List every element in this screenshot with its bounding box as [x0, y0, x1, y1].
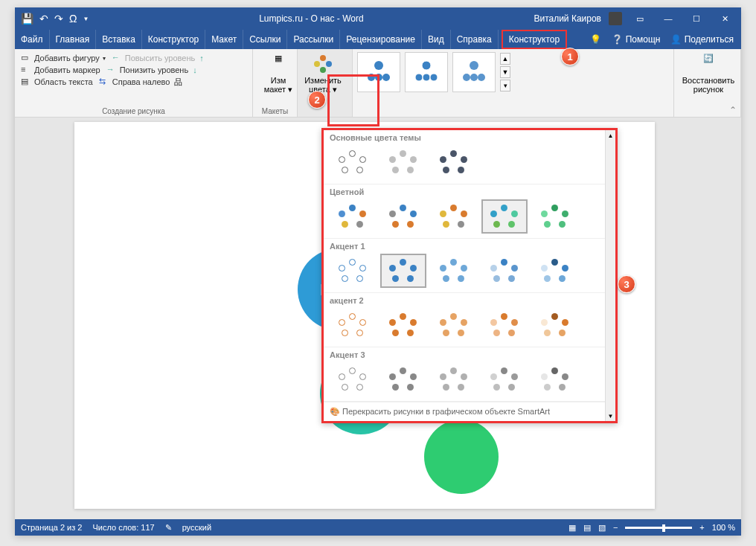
- web-layout-icon[interactable]: ▧: [598, 523, 606, 533]
- word-count[interactable]: Число слов: 117: [92, 523, 154, 532]
- user-avatar[interactable]: [609, 12, 622, 25]
- proofing-icon[interactable]: ✎: [165, 523, 172, 533]
- text-pane-button[interactable]: ▤Область текста: [19, 76, 94, 88]
- dropdown-section-title: Основные цвета темы: [330, 133, 609, 142]
- color-swatch[interactable]: [431, 308, 477, 342]
- smartart-node-3[interactable]: [424, 420, 499, 494]
- color-swatch[interactable]: [330, 145, 376, 179]
- print-layout-icon[interactable]: ▤: [583, 523, 591, 533]
- dropdown-scrollbar[interactable]: ▲ ▼: [605, 130, 615, 421]
- color-swatch[interactable]: [431, 145, 477, 179]
- callout-marker-2: 2: [308, 91, 326, 109]
- color-swatch[interactable]: [532, 254, 578, 288]
- add-bullet-button[interactable]: ≡Добавить маркер: [19, 64, 102, 76]
- color-swatch[interactable]: [330, 199, 376, 234]
- smartart-style-2[interactable]: [405, 52, 448, 92]
- styles-more-icon[interactable]: ▾: [500, 80, 510, 91]
- color-swatch[interactable]: [380, 362, 426, 396]
- reset-graphic-button[interactable]: 🔄 Восстановитьрисунок: [679, 52, 738, 95]
- zoom-in-icon[interactable]: +: [699, 523, 704, 532]
- qat-dropdown-icon[interactable]: ▼: [83, 16, 89, 22]
- arrow-right-icon: →: [106, 65, 117, 75]
- styles-down-icon[interactable]: ▼: [500, 66, 510, 78]
- tab-review[interactable]: Рецензирование: [340, 30, 422, 49]
- collapse-ribbon-icon[interactable]: ⌃: [729, 105, 737, 115]
- tab-mailings[interactable]: Рассылки: [287, 30, 340, 49]
- color-swatch[interactable]: [481, 199, 528, 234]
- color-swatch[interactable]: [481, 254, 528, 288]
- help-button[interactable]: ❔ Помощн: [612, 34, 660, 45]
- tab-home[interactable]: Главная: [50, 30, 97, 49]
- language-indicator[interactable]: русский: [182, 523, 211, 532]
- zoom-slider[interactable]: [625, 527, 692, 529]
- svg-point-8: [422, 61, 431, 70]
- layout-icon[interactable]: 品: [174, 77, 182, 88]
- color-swatch[interactable]: [380, 199, 426, 234]
- tab-help[interactable]: Справка: [451, 30, 499, 49]
- demote-button[interactable]: →Понизить уровень: [105, 64, 190, 76]
- close-icon[interactable]: ✕: [714, 11, 735, 26]
- ribbon-options-icon[interactable]: ▭: [630, 11, 650, 26]
- tab-smartart-design[interactable]: Конструктор: [502, 30, 567, 49]
- scroll-up-icon[interactable]: ▲: [606, 130, 615, 141]
- page-indicator[interactable]: Страница 2 из 2: [21, 523, 82, 532]
- dropdown-section-title: Акцент 3: [330, 350, 609, 359]
- ribbon-group-colors: Изменитьцвета ▾: [298, 49, 353, 117]
- promote-button: ←Повысить уровень: [110, 52, 197, 64]
- color-swatch[interactable]: [380, 254, 426, 288]
- tab-references[interactable]: Ссылки: [243, 30, 287, 49]
- rtl-button[interactable]: ⇆Справа налево: [97, 76, 172, 88]
- move-up-icon[interactable]: ↑: [199, 54, 204, 62]
- svg-point-11: [430, 74, 438, 81]
- zoom-level[interactable]: 100 %: [712, 523, 735, 532]
- reset-icon: 🔄: [698, 54, 719, 74]
- share-button[interactable]: 👤 Поделиться: [670, 34, 734, 45]
- dropdown-footer[interactable]: 🎨 Перекрасить рисунки в графическом объе…: [324, 402, 615, 421]
- smartart-style-1[interactable]: [357, 52, 400, 92]
- save-icon[interactable]: 💾: [21, 13, 33, 25]
- move-down-icon[interactable]: ↓: [193, 65, 197, 74]
- callout-marker-3: 3: [618, 275, 635, 293]
- tab-view[interactable]: Вид: [422, 30, 451, 49]
- color-swatch[interactable]: [380, 308, 426, 342]
- tell-me-icon[interactable]: 💡: [590, 34, 601, 45]
- color-swatch[interactable]: [481, 308, 528, 342]
- svg-point-14: [470, 74, 478, 81]
- tab-layout[interactable]: Макет: [205, 30, 243, 49]
- zoom-out-icon[interactable]: −: [613, 523, 618, 532]
- add-shape-button[interactable]: ▭Добавить фигуру ▾: [19, 52, 107, 64]
- dropdown-section: Акцент 1: [324, 239, 615, 293]
- change-colors-button[interactable]: Изменитьцвета ▾: [302, 52, 344, 96]
- color-swatch[interactable]: [330, 308, 376, 342]
- scroll-down-icon[interactable]: ▼: [606, 411, 615, 421]
- tab-insert[interactable]: Вставка: [96, 30, 142, 49]
- redo-icon[interactable]: ↷: [54, 13, 63, 25]
- color-swatch[interactable]: [532, 308, 578, 342]
- color-swatch[interactable]: [481, 362, 528, 396]
- styles-up-icon[interactable]: ▲: [500, 53, 510, 65]
- color-swatch[interactable]: [431, 199, 477, 234]
- color-swatch[interactable]: [380, 145, 426, 179]
- svg-point-9: [415, 74, 423, 81]
- undo-icon[interactable]: ↶: [39, 13, 48, 25]
- tab-design[interactable]: Конструктор: [142, 30, 205, 49]
- color-swatch[interactable]: [431, 362, 477, 396]
- svg-point-5: [368, 74, 375, 81]
- maximize-icon[interactable]: ☐: [686, 11, 707, 26]
- color-swatch[interactable]: [330, 362, 376, 396]
- read-mode-icon[interactable]: ▦: [568, 523, 576, 533]
- smartart-style-3[interactable]: [452, 52, 496, 92]
- user-name[interactable]: Виталий Каиров: [534, 13, 601, 24]
- color-swatch[interactable]: [431, 254, 477, 288]
- dropdown-section: акцент 2: [324, 293, 615, 347]
- omega-icon[interactable]: Ω: [69, 13, 77, 25]
- svg-point-15: [478, 74, 485, 81]
- minimize-icon[interactable]: —: [658, 11, 679, 26]
- color-swatch[interactable]: [532, 362, 578, 396]
- text-pane-icon: ▤: [21, 77, 31, 87]
- color-swatch[interactable]: [532, 199, 578, 234]
- change-layout-button[interactable]: ▦ Изммакет ▾: [257, 52, 299, 96]
- tab-file[interactable]: Файл: [15, 30, 50, 49]
- svg-point-3: [314, 61, 320, 67]
- color-swatch[interactable]: [330, 254, 376, 288]
